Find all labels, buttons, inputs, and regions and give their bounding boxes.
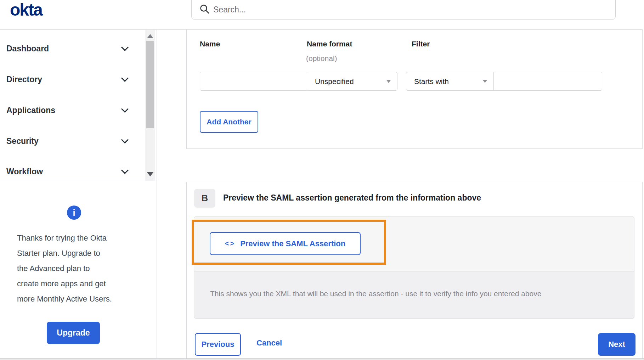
name-format-optional-label: (optional): [306, 54, 337, 63]
sidebar-item-workflow[interactable]: Workflow: [0, 161, 145, 182]
scrollbar-down-arrow-icon[interactable]: [147, 172, 153, 176]
upgrade-message-line: create more apps and get: [17, 276, 127, 291]
filter-type-select[interactable]: Starts with: [406, 72, 494, 91]
attribute-name-input[interactable]: [200, 72, 307, 91]
upgrade-message-line: the Advanced plan to: [17, 261, 127, 276]
scrollbar-up-arrow-icon[interactable]: [147, 34, 153, 38]
preview-description: This shows you the XML that will be used…: [210, 289, 541, 298]
highlight-annotation-rectangle: [192, 220, 386, 265]
cancel-link[interactable]: Cancel: [256, 338, 282, 348]
filter-column-label: Filter: [412, 40, 430, 48]
search-icon: [199, 4, 210, 14]
name-format-column-label: Name format: [307, 40, 352, 48]
sidebar-item-dashboard[interactable]: Dashboard: [0, 38, 145, 59]
next-button[interactable]: Next: [598, 333, 635, 356]
chevron-down-icon: [121, 43, 129, 51]
sidebar-right-border: [157, 29, 157, 360]
select-caret-icon: [386, 80, 391, 83]
sidebar-item-directory[interactable]: Directory: [0, 69, 145, 90]
add-another-button[interactable]: Add Another: [200, 111, 258, 133]
name-format-select[interactable]: Unspecified: [307, 72, 397, 91]
upgrade-message-line: Starter plan. Upgrade to: [17, 246, 127, 261]
name-column-label: Name: [200, 40, 220, 48]
sidebar-item-label: Dashboard: [6, 44, 49, 54]
step-b-badge: B: [194, 189, 215, 208]
chevron-down-icon: [121, 105, 129, 112]
upgrade-message: Thanks for trying the Okta Starter plan.…: [17, 230, 127, 306]
chevron-down-icon: [121, 166, 129, 174]
sidebar-item-label: Workflow: [6, 167, 43, 176]
sidebar-bottom-border: [0, 181, 157, 181]
info-icon: i: [67, 206, 81, 220]
name-format-selected-value: Unspecified: [315, 77, 354, 86]
select-caret-icon: [483, 80, 487, 83]
previous-button[interactable]: Previous: [195, 333, 241, 356]
sidebar-item-applications[interactable]: Applications: [0, 100, 145, 120]
preview-section-heading: Preview the SAML assertion generated fro…: [223, 193, 481, 203]
header-divider: [0, 29, 186, 30]
sidebar-item-security[interactable]: Security: [0, 131, 145, 151]
filter-type-selected-value: Starts with: [414, 77, 449, 86]
sidebar-scrollbar-thumb[interactable]: [146, 41, 154, 128]
okta-logo[interactable]: okta: [10, 0, 42, 19]
chevron-down-icon: [121, 74, 129, 81]
sidebar-item-label: Directory: [6, 75, 42, 84]
sidebar-item-label: Applications: [6, 106, 55, 115]
filter-value-input[interactable]: [493, 72, 602, 91]
chevron-down-icon: [121, 136, 129, 143]
sidebar-item-label: Security: [6, 136, 39, 146]
upgrade-message-line: more Monthly Active Users.: [17, 291, 127, 306]
upgrade-message-line: Thanks for trying the Okta: [17, 230, 127, 246]
upgrade-button[interactable]: Upgrade: [47, 322, 100, 344]
window-bottom-edge: [0, 359, 644, 360]
search-input[interactable]: [213, 1, 582, 18]
